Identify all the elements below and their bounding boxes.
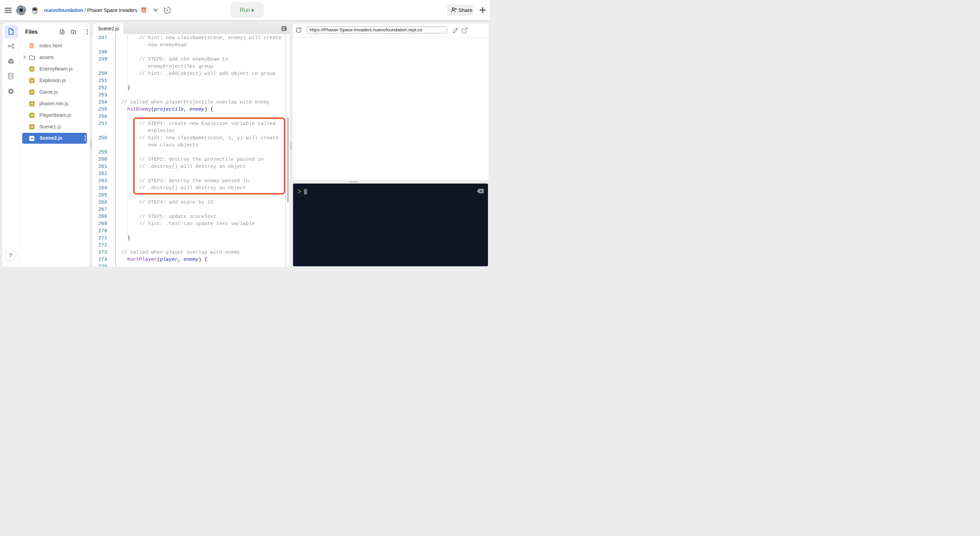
svg-text:5: 5 <box>143 8 145 12</box>
